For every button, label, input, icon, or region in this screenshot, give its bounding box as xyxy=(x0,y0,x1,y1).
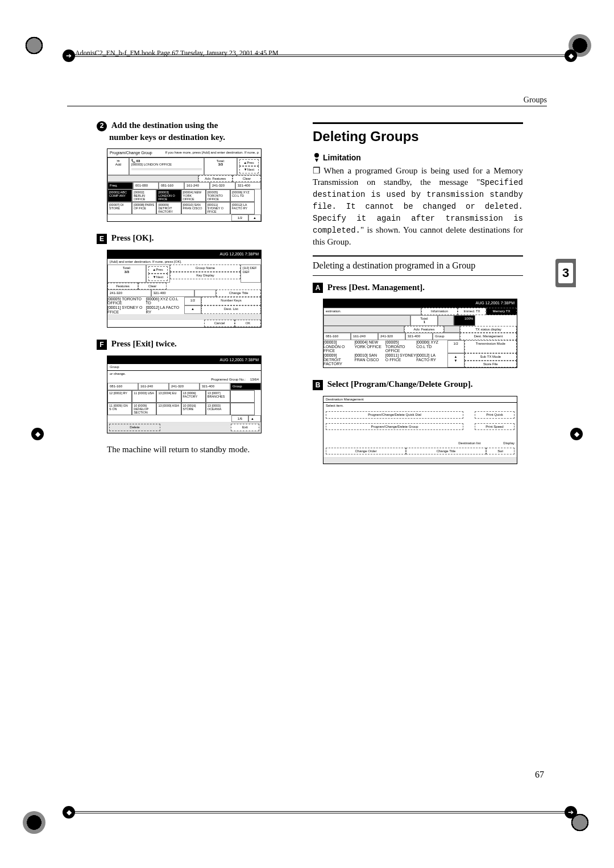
screenA-cell: [00003] LONDON O FFICE xyxy=(156,189,181,202)
screenE-printquick: Print Quick xyxy=(475,411,515,419)
registration-mark xyxy=(23,34,45,57)
screenA-hint: If you have more, press [Add] and enter … xyxy=(165,151,259,155)
screenA-tab-freq: Freq. xyxy=(107,182,133,189)
screenA-group-line: [00003] LONDON OFFICE xyxy=(131,163,172,166)
screenA-prev: ▲Prev. xyxy=(239,159,259,167)
section-label: Groups xyxy=(524,96,547,105)
screenB-cancel: Cancel xyxy=(204,320,235,327)
screenB-tab-0: 241-320 xyxy=(107,290,151,297)
screenA-group-no: 03 xyxy=(136,159,140,163)
screenA-total-label: Total: xyxy=(217,159,225,163)
footer-arrow-left-icon: ◆ xyxy=(63,806,75,819)
footer-arrow-right-icon: ➔ xyxy=(565,806,577,819)
screenC-title: Group xyxy=(107,364,261,371)
screenB-groupname: Group Name xyxy=(170,264,240,272)
screenA-next: ▼Next xyxy=(239,166,259,173)
screenB-destlist: Dest. List xyxy=(201,305,261,314)
limitation-body: ❒ When a programed Group is being used f… xyxy=(313,165,523,247)
page: ◆ ◆ ➔ ◆ AdonisC2_EN_b-f_FM.book Page 67 … xyxy=(0,0,614,868)
step-B-text: Select [Program/Change/Delete Group]. xyxy=(327,379,473,388)
screenB-timestamp: AUG 12,2001 7:38PM xyxy=(220,252,259,257)
screenD-cell: [00010] SAN FRAN CISCO xyxy=(354,353,385,367)
screenshot-dest-management: AUG 12,2001 7:38PM estination. Informati… xyxy=(323,299,517,368)
screenC-cell: 13 [0006] FACTORY xyxy=(181,390,206,403)
screenE-title: Destination Management xyxy=(323,396,517,403)
screenB-hint: [Add] and enter destination. If none, pr… xyxy=(107,259,261,265)
screenA-adv: Adv. Features xyxy=(198,175,233,183)
step-bullet-2: 2 xyxy=(97,121,107,131)
screenshot-program-change-group: Program/Change GroupIf you have more, pr… xyxy=(107,148,262,222)
screenD-cell: [00004] NEW YORK OFFICE xyxy=(354,340,385,353)
screenE-opt2: Program/Change/Delete Group xyxy=(326,423,463,431)
screenD-pct: 100% xyxy=(454,315,475,326)
screenC-hint: or change. xyxy=(107,371,261,377)
screenC-tab: 081-160 xyxy=(107,383,138,390)
screenE-changeorder: Change Order xyxy=(326,448,406,455)
screenA-tab-2: 081-160 xyxy=(159,182,184,189)
step-2-text-a: Add the destination using the xyxy=(111,121,218,130)
screenB-tab-1: 321-400 xyxy=(151,290,195,297)
step-A: A Press [Dest. Management]. xyxy=(313,282,523,294)
step-2: 2 Add the destination using the number k… xyxy=(97,119,296,143)
right-column: Deleting Groups Limitation ❒ When a prog… xyxy=(313,122,523,474)
screenB-total-label: Total: xyxy=(123,266,131,270)
screenC-pager: 1/6 xyxy=(231,415,248,423)
return-text: The machine will return to standby mode. xyxy=(107,444,296,455)
screenA-cell: [00004] NEW YORK OFFICE xyxy=(181,189,206,202)
step-5: E Press [OK]. xyxy=(97,232,296,244)
screenA-cell: [00002] BERLIN OFFICE xyxy=(132,189,156,202)
screenB-cell: [00012] LA FACTO RY xyxy=(146,305,185,314)
screenD-est: estination. xyxy=(323,308,421,315)
screenB-total-val: 3/3 xyxy=(125,270,129,274)
step-2-text-b: number keys or destination key. xyxy=(109,133,225,142)
screenC-tab: 321-400 xyxy=(200,383,230,390)
screenB-numkeys: Number Keys xyxy=(201,297,261,305)
screenC-cell: 11 [0003] USA xyxy=(132,390,156,403)
screenC-cell: 12 [0002] RY xyxy=(107,390,132,403)
screenD-immed: Immed. TX xyxy=(458,308,486,315)
screenC-cell xyxy=(230,390,255,403)
screenD-timestamp: AUG 12,2001 7:38PM xyxy=(476,301,515,305)
screenD-destmgmt: Dest. Management xyxy=(460,333,517,340)
screenD-adv: Adv. Features xyxy=(404,326,444,333)
step-letter-f: F xyxy=(97,340,107,350)
screenA-cell: [00011] SYDNEY O FFICE xyxy=(206,202,230,214)
left-guide-icon: ◆ xyxy=(31,428,44,440)
step-A-text: Press [Dest. Management]. xyxy=(327,283,425,292)
limitation-heading: Limitation xyxy=(313,152,523,163)
screenE-display: Display xyxy=(503,441,515,445)
step-letter-e: E xyxy=(97,234,107,244)
screenC-tab: 241-320 xyxy=(169,383,200,390)
screenA-tab-1: 001-080 xyxy=(133,182,159,189)
lightbulb-down-icon xyxy=(313,152,321,163)
step-6: F Press [Exit] twice. xyxy=(97,338,296,350)
screenD-cell: [00012] LA FACTO RY xyxy=(416,353,447,367)
screenC-cell: 10 [0016] STORE xyxy=(181,403,206,415)
screenC-delete: Delete xyxy=(109,424,160,431)
screenC-timestamp: AUG 12,2001 7:38PM xyxy=(220,358,259,362)
limitation-label: Limitation xyxy=(323,153,361,162)
section-rule xyxy=(67,106,547,106)
step-letter-b: B xyxy=(313,380,323,390)
screenE-printspeed: Print Speed xyxy=(475,423,515,431)
screenC-cell: 10 [0009] DEVELOP SECTION xyxy=(132,403,156,415)
screenB-def: DEF xyxy=(243,270,250,274)
chapter-tab: 3 xyxy=(555,259,576,287)
screenB-ok: OK xyxy=(235,320,261,327)
screenC-cell: 13 [0004] EU xyxy=(156,390,181,403)
screenD-tab: 241-320 xyxy=(378,333,405,340)
screenE-swi: Swi xyxy=(486,448,515,455)
screenB-pager: 1/2 xyxy=(184,297,201,305)
screenB-changetitle: Change Title xyxy=(216,290,261,297)
screenC-exit: Exit xyxy=(231,424,259,431)
screenB-feat: Features xyxy=(107,283,138,290)
deleting-groups-title: Deleting Groups xyxy=(313,122,523,144)
chapter-number: 3 xyxy=(558,263,573,283)
screenA-pager: 1/2 xyxy=(231,214,248,222)
screenA-total-val: 3/3 xyxy=(218,163,223,166)
book-info: AdonisC2_EN_b-f_FM.book Page 67 Tuesday,… xyxy=(75,49,279,57)
step-5-text: Press [OK]. xyxy=(111,233,154,242)
step-letter-a: A xyxy=(313,283,323,293)
svg-point-0 xyxy=(314,153,319,158)
step-B: B Select [Program/Change/Delete Group]. xyxy=(313,378,523,390)
